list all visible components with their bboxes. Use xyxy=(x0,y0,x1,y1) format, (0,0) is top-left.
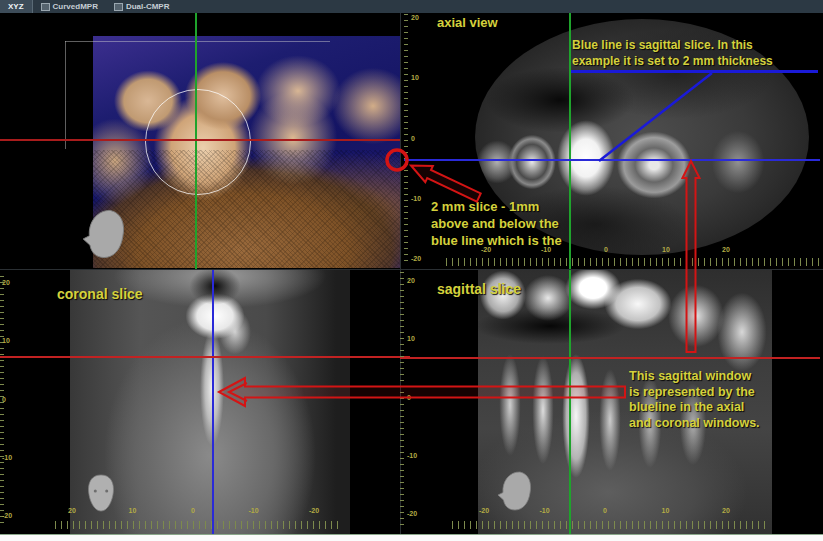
orientation-head-icon-front xyxy=(82,470,120,516)
annotation-line: blueline in the axial xyxy=(629,400,760,416)
sagittal-slice-label: sagittal slice xyxy=(437,281,521,297)
sagittal-window-annotation: This sagittal window is represented by t… xyxy=(629,369,760,431)
horizontal-divider xyxy=(0,269,823,270)
axial-left-ruler-ticks xyxy=(404,14,408,266)
axial-bottom-ruler-ticks xyxy=(446,258,820,266)
ruler-label: 0 xyxy=(594,246,618,253)
ruler-label: -20 xyxy=(302,507,326,514)
ruler-label: 10 xyxy=(2,337,20,344)
ruler-label: 10 xyxy=(654,507,678,514)
ruler-label: 0 xyxy=(593,507,617,514)
ruler-label: 20 xyxy=(714,246,738,253)
ruler-label: 20 xyxy=(411,14,429,21)
annotation-line: above and below the xyxy=(431,215,562,232)
annotation-line: Blue line is sagittal slice. In this xyxy=(572,37,773,53)
ruler-label: 20 xyxy=(407,277,425,284)
axial-plane-line-coronal[interactable] xyxy=(0,356,410,358)
tab-dualcmpr[interactable]: Dual-CMPR xyxy=(106,0,178,13)
coronal-plane-line-sagittal[interactable] xyxy=(569,270,571,534)
coronal-slice-label: coronal slice xyxy=(57,286,143,302)
axial-view-label: axial view xyxy=(437,15,498,30)
slice-thickness-annotation: 2 mm slice - 1mm above and below the blu… xyxy=(431,198,562,249)
tab-dualcmpr-label: Dual-CMPR xyxy=(126,2,170,11)
annotation-line: blue line which is the xyxy=(431,232,562,249)
ruler-label: 0 xyxy=(181,507,205,514)
axial-left-ruler: 20 10 0 -10 -20 xyxy=(411,14,429,262)
sagittal-left-ruler-ticks xyxy=(400,272,404,528)
ruler-label: 0 xyxy=(411,135,429,142)
view-tab-bar: XYZ CurvedMPR Dual-CMPR xyxy=(0,0,823,14)
annotation-line: 2 mm slice - 1mm xyxy=(431,198,562,215)
orientation-head-icon-profile xyxy=(78,208,128,260)
ruler-label: -10 xyxy=(2,454,20,461)
volume-wireframe-line xyxy=(65,41,330,42)
tab-xyz[interactable]: XYZ xyxy=(0,0,33,13)
annotation-line: This sagittal window xyxy=(629,369,760,385)
bone-texture xyxy=(93,150,400,268)
axial-plane-line-sagittal[interactable] xyxy=(400,357,820,359)
ruler-label: 10 xyxy=(654,246,678,253)
ruler-label: 20 xyxy=(60,507,84,514)
app-window: XYZ CurvedMPR Dual-CMPR 20 xyxy=(0,0,823,541)
annotation-line: and coronal windows. xyxy=(629,416,760,432)
annotation-line: example it is set to 2 mm thickness xyxy=(572,53,773,69)
region-of-interest-circle xyxy=(145,89,251,195)
tab-xyz-label: XYZ xyxy=(8,2,24,11)
ruler-label: -10 xyxy=(533,507,557,514)
curvedmpr-icon xyxy=(41,3,50,11)
tab-curvedmpr[interactable]: CurvedMPR xyxy=(33,0,106,13)
ruler-label: -10 xyxy=(411,195,429,202)
ruler-label: -20 xyxy=(407,510,425,517)
ruler-label: 10 xyxy=(121,507,145,514)
coronal-left-ruler: 20 10 0 -10 -20 xyxy=(2,279,20,519)
ruler-label: 20 xyxy=(2,279,20,286)
sagittal-plane-line-axial[interactable] xyxy=(404,159,820,161)
coronal-plane-line-3d[interactable] xyxy=(195,13,197,269)
ruler-label: -10 xyxy=(242,507,266,514)
sagittal-bottom-ruler-ticks xyxy=(452,521,768,529)
sagittal-plane-line-coronal[interactable] xyxy=(212,270,214,534)
tab-curvedmpr-label: CurvedMPR xyxy=(53,2,98,11)
ruler-label: 10 xyxy=(407,335,425,342)
ruler-label: 0 xyxy=(407,394,425,401)
coronal-plane-line-axial[interactable] xyxy=(569,13,571,269)
page-margin xyxy=(0,535,823,541)
coronal-bottom-ruler-ticks xyxy=(55,521,343,529)
volume-wireframe-line xyxy=(65,41,66,149)
orientation-head-icon-profile xyxy=(494,468,534,514)
ruler-label: 0 xyxy=(2,396,20,403)
ruler-label: -10 xyxy=(407,452,425,459)
dualcmpr-icon xyxy=(114,3,123,11)
ruler-label: -20 xyxy=(411,255,429,262)
ruler-label: 10 xyxy=(411,74,429,81)
sagittal-left-ruler: 20 10 0 -10 -20 xyxy=(407,277,425,517)
annotation-line: is represented by the xyxy=(629,385,760,401)
ruler-label: 20 xyxy=(714,507,738,514)
blue-line-annotation: Blue line is sagittal slice. In this exa… xyxy=(572,37,773,69)
ruler-label: -20 xyxy=(472,507,496,514)
axial-plane-line-3d[interactable] xyxy=(0,139,400,141)
ruler-label: -20 xyxy=(2,512,20,519)
